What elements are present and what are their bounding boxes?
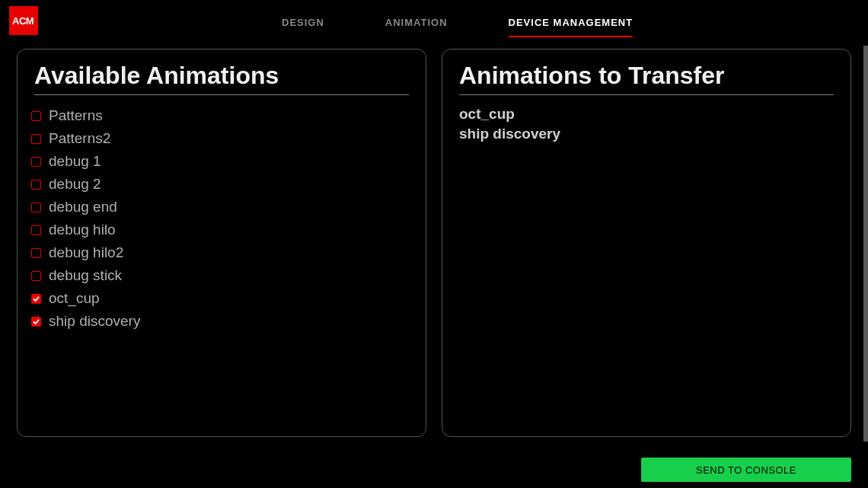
transfer-item: ship discovery [459, 124, 837, 144]
list-item[interactable]: debug 2 [31, 173, 412, 196]
checkbox-icon[interactable] [31, 134, 41, 144]
divider [34, 94, 409, 95]
checkbox-checked-icon[interactable] [31, 317, 41, 327]
available-title: Available Animations [34, 62, 412, 90]
list-item[interactable]: debug stick [31, 264, 412, 287]
list-item[interactable]: debug 1 [31, 150, 412, 173]
animation-label: debug 1 [49, 153, 101, 170]
content: Available Animations PatternsPatterns2de… [0, 38, 868, 437]
transfer-item: oct_cup [459, 104, 837, 124]
tab-device-management[interactable]: DEVICE MANAGEMENT [509, 17, 633, 37]
checkbox-icon[interactable] [31, 111, 41, 121]
available-list: PatternsPatterns2debug 1debug 2debug end… [31, 104, 412, 333]
transfer-list: oct_cupship discovery [459, 104, 837, 144]
checkbox-icon[interactable] [31, 180, 41, 190]
transfer-title: Animations to Transfer [459, 62, 837, 90]
list-item[interactable]: Patterns2 [31, 127, 412, 150]
animation-label: debug stick [49, 267, 122, 284]
tab-design[interactable]: DESIGN [282, 17, 324, 37]
checkbox-icon[interactable] [31, 225, 41, 235]
checkbox-icon[interactable] [31, 271, 41, 281]
list-item[interactable]: oct_cup [31, 287, 412, 310]
send-to-console-button[interactable]: SEND TO CONSOLE [641, 458, 851, 482]
topbar: ACM DESIGN ANIMATION DEVICE MANAGEMENT [0, 0, 868, 38]
list-item[interactable]: debug hilo [31, 218, 412, 241]
animation-label: Patterns2 [49, 130, 110, 147]
animation-label: ship discovery [49, 313, 140, 330]
tab-animation[interactable]: ANIMATION [385, 17, 448, 37]
checkbox-checked-icon[interactable] [31, 294, 41, 304]
animation-label: Patterns [49, 107, 103, 124]
animation-label: debug hilo2 [49, 244, 123, 261]
checkbox-icon[interactable] [31, 157, 41, 167]
tab-nav: DESIGN ANIMATION DEVICE MANAGEMENT [282, 6, 633, 37]
animation-label: debug 2 [49, 176, 101, 193]
list-item[interactable]: ship discovery [31, 310, 412, 333]
divider [459, 94, 834, 95]
scrollbar[interactable] [863, 46, 868, 442]
list-item[interactable]: debug hilo2 [31, 241, 412, 264]
logo-text: ACM [12, 15, 34, 27]
list-item[interactable]: Patterns [31, 104, 412, 127]
animation-label: oct_cup [49, 290, 100, 307]
available-card: Available Animations PatternsPatterns2de… [17, 49, 426, 437]
transfer-card: Animations to Transfer oct_cupship disco… [442, 49, 851, 437]
checkbox-icon[interactable] [31, 248, 41, 258]
checkbox-icon[interactable] [31, 203, 41, 212]
list-item[interactable]: debug end [31, 196, 412, 218]
animation-label: debug end [49, 199, 117, 215]
logo: ACM [9, 6, 38, 35]
animation-label: debug hilo [49, 222, 116, 238]
